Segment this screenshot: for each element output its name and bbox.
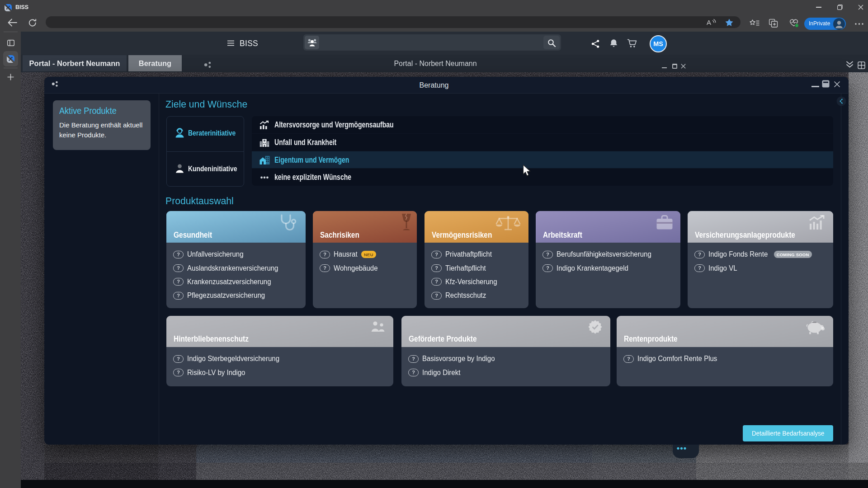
svg-text:A: A [707, 19, 711, 26]
